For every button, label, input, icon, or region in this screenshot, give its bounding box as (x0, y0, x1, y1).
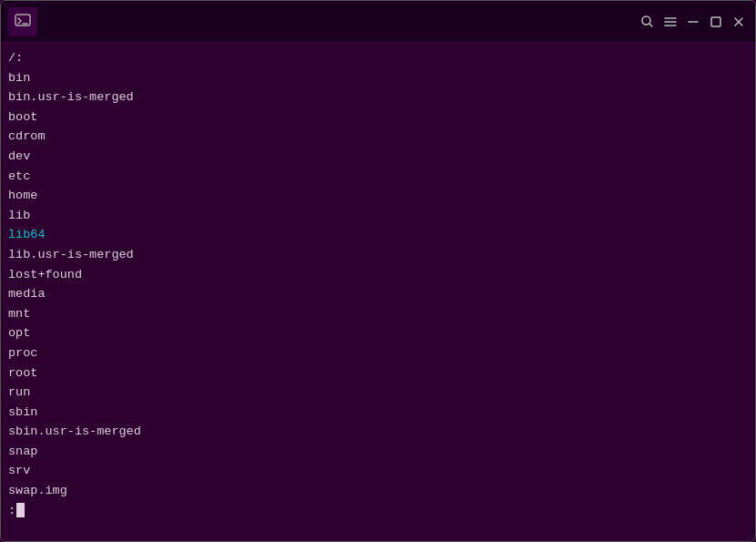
terminal-line: run (8, 383, 748, 403)
terminal-line: sbin (8, 403, 748, 423)
terminal-cursor (16, 503, 25, 517)
close-button[interactable] (729, 8, 748, 36)
terminal-line: lib.usr-is-merged (8, 245, 748, 265)
terminal-line: media (8, 284, 748, 304)
titlebar (1, 1, 755, 43)
terminal-line: boot (8, 107, 748, 128)
terminal-line: home (8, 186, 748, 206)
minimize-button[interactable] (684, 8, 703, 36)
terminal-line: lost+found (8, 265, 748, 285)
terminal-line: root (8, 363, 748, 383)
terminal-line: lib (8, 206, 748, 226)
terminal-line: mnt (8, 304, 748, 324)
terminal-line: bin (8, 68, 748, 88)
maximize-button[interactable] (706, 8, 725, 36)
terminal-line: srv (8, 461, 748, 481)
terminal-line: dev (8, 147, 748, 167)
svg-rect-2 (711, 17, 720, 26)
terminal-line: cdrom (8, 127, 748, 147)
terminal-line: /: (8, 48, 748, 68)
titlebar-controls (639, 8, 748, 36)
terminal-line: snap (8, 442, 748, 462)
search-button[interactable] (639, 8, 658, 36)
terminal-line: lib64 (8, 225, 748, 245)
terminal-window: /:binbin.usr-is-mergedbootcdromdevetchom… (0, 0, 756, 542)
terminal-line: swap.img (8, 481, 748, 501)
terminal-line: sbin.usr-is-merged (8, 422, 748, 442)
terminal-line: proc (8, 343, 748, 363)
terminal-body[interactable]: /:binbin.usr-is-mergedbootcdromdevetchom… (1, 43, 755, 541)
app-icon[interactable] (8, 7, 37, 36)
terminal-prompt: : (8, 501, 748, 521)
terminal-line: opt (8, 323, 748, 343)
terminal-line: etc (8, 167, 748, 187)
prompt-prefix: : (8, 501, 15, 521)
menu-button[interactable] (661, 8, 680, 36)
terminal-line: bin.usr-is-merged (8, 87, 748, 107)
titlebar-left (8, 7, 63, 36)
